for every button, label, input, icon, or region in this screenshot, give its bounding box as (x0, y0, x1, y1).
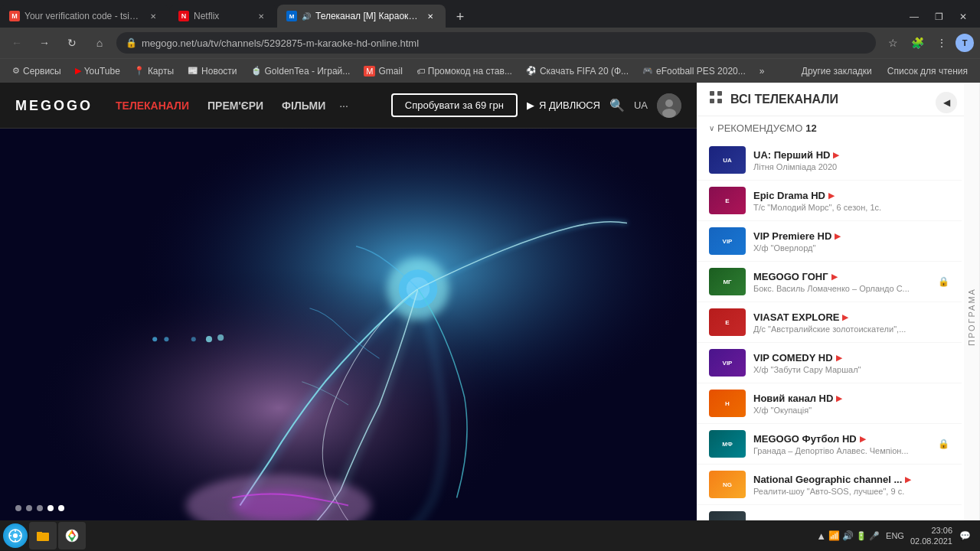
url-bar[interactable]: 🔒 megogo.net/ua/tv/channels/5292875-m-ka… (116, 32, 876, 54)
channel-name-6: Новий канал HD ▶ (753, 393, 949, 404)
tab-gmail[interactable]: M Your verification code - tsidbirzy... … (0, 5, 168, 28)
channel-name-2: VIP Premiere HD ▶ (753, 230, 949, 242)
new-tab-button[interactable]: + (449, 6, 471, 28)
nav-more[interactable]: ··· (336, 96, 351, 115)
bookmark-label-promo: Промокод на став... (428, 66, 512, 77)
bookmark-label-fifa: Скачать FIFA 20 (Ф... (540, 66, 629, 77)
search-button[interactable]: 🔍 (609, 98, 625, 112)
audio-icon: 🔊 (302, 12, 311, 21)
extensions-button[interactable]: 🧩 (906, 32, 928, 54)
channel-item-7[interactable]: МФ MEGOGO Футбол HD ▶ Гранада – Депортів… (697, 424, 962, 465)
dot-4 (47, 505, 54, 511)
bookmark-pes[interactable]: 🎮 eFootball PES 2020... (636, 64, 752, 78)
channel-thumb-6: Н (709, 390, 746, 417)
channel-thumb-3: МГ (709, 268, 746, 295)
tab-close-netflix[interactable]: ✕ (255, 10, 267, 22)
play-icon: ▶ (527, 99, 534, 111)
channel-item-3[interactable]: МГ MEGOGO ГОНГ ▶ Бокс. Василь Ломаченко … (697, 262, 962, 302)
bookmark-maps[interactable]: 📍 Карты (128, 64, 180, 78)
bookmark-gmail[interactable]: M Gmail (358, 64, 409, 78)
address-bar: ← → ↻ ⌂ 🔒 megogo.net/ua/tv/channels/5292… (0, 28, 980, 58)
bookmark-more[interactable]: » (753, 64, 771, 78)
live-dot-5: ▶ (836, 354, 842, 362)
tab-netflix[interactable]: N Netflix ✕ (169, 5, 276, 28)
live-dot-4: ▶ (842, 313, 848, 321)
channel-item-0[interactable]: UA UA: Перший HD ▶ Літня Олімпіада 2020 (697, 140, 962, 181)
channel-item-6[interactable]: Н Новий канал HD ▶ Х/ф "Окупація" (697, 383, 962, 424)
channel-info-8: National Geographic channel ... ▶ Реалит… (753, 474, 949, 496)
lang-button[interactable]: UA (634, 99, 648, 111)
svg-rect-18 (710, 99, 714, 103)
try-button[interactable]: Спробувати за 69 грн (391, 93, 518, 117)
bookmark-servisy[interactable]: ⚙ Сервисы (6, 64, 67, 78)
live-dot-7: ▶ (860, 435, 866, 443)
video-player[interactable] (0, 129, 697, 527)
bookmark-promo[interactable]: 🏷 Промокод на став... (410, 64, 518, 78)
channel-item-4[interactable]: E VIASAT EXPLORE ▶ Д/с "Австралийские зо… (697, 302, 962, 343)
sidebar-collapse-arrow[interactable]: ◀ (936, 92, 957, 113)
minimize-button[interactable]: — (903, 6, 925, 28)
tab-favicon-netflix: N (178, 11, 189, 21)
bookmark-label-maps: Карты (148, 66, 174, 77)
bookmark-fifa[interactable]: ⚽ Скачать FIFA 20 (Ф... (520, 64, 635, 78)
file-explorer-button[interactable] (29, 522, 57, 549)
close-button[interactable]: ✕ (952, 6, 974, 28)
dot-3 (37, 505, 43, 511)
forward-button[interactable]: → (34, 32, 55, 54)
bookmark-reading-list[interactable]: Список для чтения (881, 64, 974, 78)
section-header: ∨ РЕКОМЕНДУЄМО 12 (697, 116, 962, 140)
svg-point-11 (191, 337, 196, 341)
bookmark-news[interactable]: 📰 Новости (181, 64, 243, 78)
reload-button[interactable]: ↻ (61, 32, 83, 54)
user-avatar[interactable] (657, 93, 681, 118)
back-button[interactable]: ← (6, 32, 28, 54)
bookmark-star-button[interactable]: ☆ (882, 32, 903, 54)
lang-indicator: ENG (886, 531, 904, 540)
home-button[interactable]: ⌂ (89, 32, 110, 54)
secure-icon: 🔒 (126, 37, 137, 48)
profile-button[interactable]: T (956, 34, 974, 52)
tab-close-megogo[interactable]: ✕ (424, 10, 436, 22)
channel-info-3: MEGOGO ГОНГ ▶ Бокс. Василь Ломаченко – О… (753, 271, 930, 293)
bookmark-goldentea[interactable]: 🍵 GoldenTea - Играй... (245, 64, 357, 78)
channel-item-5[interactable]: VIP VIP COMEDY HD ▶ Х/ф "Забути Сару Мар… (697, 343, 962, 383)
channel-thumb-4: E (709, 308, 746, 336)
sidebar-title: ВСІ ТЕЛЕКАНАЛИ (730, 93, 968, 106)
maximize-button[interactable]: ❐ (928, 6, 949, 28)
bookmark-icon-servisy: ⚙ (12, 66, 20, 76)
tab-title-gmail: Your verification code - tsidbirzy... (24, 11, 142, 21)
bookmark-other[interactable]: Другие закладки (795, 64, 878, 78)
channel-name-8: National Geographic channel ... ▶ (753, 474, 949, 485)
channel-thumb-0: UA (709, 146, 746, 174)
nav-filmy[interactable]: ФІЛЬМИ (274, 96, 333, 115)
tray-volume-icon: 🔊 (842, 530, 854, 541)
start-button[interactable] (3, 523, 28, 548)
window-controls: — ❐ ✕ (903, 6, 980, 28)
grid-icon[interactable] (709, 90, 723, 108)
svg-point-21 (13, 533, 18, 538)
tray-microphone-icon: 🎤 (869, 531, 880, 541)
nav-premiery[interactable]: ПРЕМ'ЄРИ (200, 96, 271, 115)
chrome-taskbar-button[interactable] (58, 522, 86, 549)
header-actions: Спробувати за 69 грн ▶ Я ДИВЛЮСЯ 🔍 UA (391, 93, 681, 118)
bookmark-youtube[interactable]: ▶ YouTube (69, 64, 126, 78)
channel-item-8[interactable]: NG National Geographic channel ... ▶ Реа… (697, 465, 962, 505)
tab-close-gmail[interactable]: ✕ (147, 10, 159, 22)
programa-label[interactable]: ПРОГРАМА (964, 83, 980, 551)
channel-item-2[interactable]: VIP VIP Premiere HD ▶ Х/ф "Оверлорд" (697, 221, 962, 262)
bookmark-reading-label: Список для чтения (887, 66, 968, 77)
bookmark-label-pes: eFootball PES 2020... (656, 66, 746, 77)
live-dot-6: ▶ (836, 394, 842, 403)
tab-megogo[interactable]: М 🔊 Телеканал [М] Караоке HD ✕ (277, 5, 446, 28)
video-background (0, 129, 697, 527)
svg-point-13 (217, 334, 224, 341)
channel-name-1: Epic Drama HD ▶ (753, 190, 949, 201)
url-text: megogo.net/ua/tv/channels/5292875-m-kara… (142, 37, 867, 49)
nav-telekanaly[interactable]: ТЕЛЕКАНАЛИ (108, 96, 197, 115)
channel-program-8: Реалити-шоу "Авто-SOS, лучшее", 9 с. (753, 487, 949, 496)
channel-item-1[interactable]: E Epic Drama HD ▶ Т/с "Молодий Морс", 6 … (697, 181, 962, 221)
browser-menu-button[interactable]: ⋮ (931, 32, 952, 54)
channel-thumb-2: VIP (709, 227, 746, 255)
notification-button[interactable]: 💬 (956, 527, 974, 545)
watching-button[interactable]: ▶ Я ДИВЛЮСЯ (527, 99, 600, 111)
